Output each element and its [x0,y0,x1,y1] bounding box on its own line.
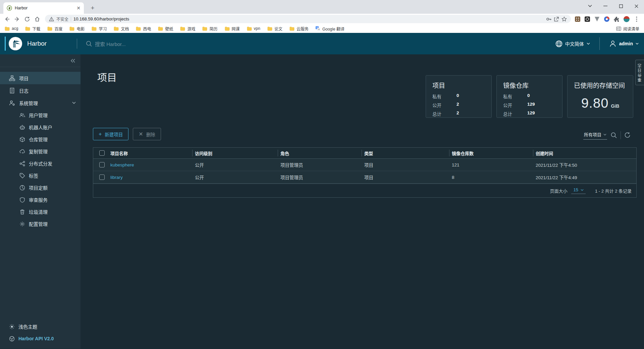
robot-icon [19,124,25,130]
extension-camera-icon[interactable] [584,16,591,22]
bookmark-item[interactable]: 下载 [25,26,40,32]
event-log-tab[interactable]: 事件日志 [635,60,644,85]
window-maximize-button[interactable] [613,0,629,12]
sidebar-item-label: 项目定额 [29,184,48,191]
svg-text:A: A [318,28,320,31]
page-size-select[interactable]: 15 [571,187,585,194]
forward-icon[interactable] [13,15,21,23]
row-checkbox[interactable] [99,162,105,167]
column-header-name[interactable]: 项目名称 [108,148,192,158]
bookmark-item[interactable]: 电影 [69,26,85,32]
sidebar-item-interrogation-services[interactable]: 审查服务 [0,194,80,206]
harbor-logo-icon[interactable] [8,37,22,51]
browser-profile-avatar[interactable] [623,15,630,23]
extension-grid-icon[interactable] [574,16,581,22]
sidebar-item-projects[interactable]: 项目 [0,72,80,84]
sidebar-collapse-icon[interactable] [70,59,75,63]
sidebar-item-label: 审查服务 [29,196,48,203]
row-checkbox[interactable] [99,174,105,180]
sun-icon [9,324,15,330]
username: admin [619,41,633,46]
url-text[interactable]: 10.168.59.60/harbor/projects [73,16,544,21]
sidebar-item-registries[interactable]: 仓库管理 [0,133,80,145]
column-header-created[interactable]: 创建时间 [533,148,636,158]
bookmark-item[interactable]: 西电 [136,26,151,32]
extension-v-icon[interactable] [594,16,600,22]
bookmark-item[interactable]: 网课 [225,26,240,32]
new-project-button[interactable]: + 新建项目 [93,128,128,140]
password-key-icon[interactable] [546,16,551,22]
new-tab-button[interactable]: + [88,3,97,13]
window-minimize-button[interactable] [598,0,613,12]
browser-tab[interactable]: Harbor ✕ [3,2,84,14]
harbor-api-label: Harbor API V2.0 [18,336,54,341]
project-link[interactable]: kubesphere [110,162,134,167]
bookmark-item[interactable]: acg [5,26,18,31]
refresh-icon[interactable] [624,132,631,138]
project-filter-select[interactable]: 所有项目 [583,131,607,140]
brand-name[interactable]: Harbor [27,40,47,47]
bookmark-item[interactable]: 论文 [267,26,282,32]
global-search[interactable]: 搜索 Harbor... [86,40,126,47]
user-menu[interactable]: admin [609,40,639,47]
quota-gauge-icon [19,185,25,191]
delete-button[interactable]: ✕ 删除 [133,128,161,140]
extension-color-icon[interactable] [603,16,610,22]
sidebar-item-project-quotas[interactable]: 项目定额 [0,182,80,194]
share-icon[interactable] [554,16,559,22]
table-search-icon[interactable] [610,132,617,139]
bookmark-google-translate[interactable]: 文AGoogle 翻译 [316,26,344,32]
bookmark-item[interactable]: 云服务 [289,26,309,32]
tab-search-icon[interactable] [582,0,598,12]
column-header-repo-count[interactable]: 镜像仓库数 [449,148,533,158]
browser-menu-icon[interactable] [633,16,640,22]
sidebar-item-users[interactable]: 用户管理 [0,109,80,121]
bookmark-item[interactable]: 百度 [47,26,62,32]
not-secure-warning-icon[interactable] [49,17,54,21]
reload-icon[interactable] [23,15,32,23]
column-header-role[interactable]: 角色 [278,148,362,158]
sidebar-item-replications[interactable]: 复制管理 [0,145,80,157]
bookmark-item[interactable]: 学习 [92,26,107,32]
bookmark-item[interactable]: 文档 [114,26,129,32]
sidebar-item-configuration[interactable]: 配置管理 [0,218,80,230]
home-icon[interactable] [33,15,42,23]
sidebar-item-garbage-collection[interactable]: 垃圾清理 [0,206,80,218]
project-link[interactable]: library [110,175,123,180]
sidebar-item-label: 垃圾清理 [29,208,48,215]
bookmark-item[interactable]: 壁纸 [158,26,173,32]
harbor-api-link[interactable]: Harbor API V2.0 [0,333,80,345]
bookmark-item[interactable]: 游戏 [180,26,195,32]
sidebar-item-administration[interactable]: 系统管理 [0,97,80,109]
sidebar-item-robot-accounts[interactable]: 机器人账户 [0,121,80,133]
sidebar-item-distribution[interactable]: 分布式分发 [0,157,80,169]
bookmark-item[interactable]: vpn [247,26,260,31]
sidebar-item-label: 项目 [19,75,29,82]
select-all-checkbox[interactable] [99,150,105,156]
cell-created: 2021/11/22 下午4:49 [533,174,636,181]
sidebar-item-label: 复制管理 [29,148,48,155]
url-divider [71,17,71,21]
column-header-type[interactable]: 类型 [362,148,449,158]
column-header-access[interactable]: 访问级别 [192,148,278,158]
filter-label: 所有项目 [584,131,601,138]
back-icon[interactable] [3,15,11,23]
log-list-icon [9,88,15,94]
stat-label: 公开 [503,102,527,108]
security-label[interactable]: 不安全 [56,16,68,22]
sidebar-item-logs[interactable]: 日志 [0,84,80,97]
x-icon: ✕ [139,132,143,137]
sidebar-item-labels[interactable]: 标签 [0,169,80,182]
bookmark-star-icon[interactable] [561,16,567,22]
window-close-button[interactable] [629,0,644,12]
url-bar[interactable]: 不安全 10.168.59.60/harbor/projects [45,15,571,23]
header-divider [77,39,77,49]
bookmark-item[interactable]: 简历 [202,26,217,32]
table-footer: 页面大小 15 1 - 2 共计 2 条记录 [93,184,636,197]
reading-list-button[interactable]: 阅读清单 [616,26,639,32]
tab-close-icon[interactable]: ✕ [76,5,80,11]
theme-toggle[interactable]: 浅色主题 [0,320,80,333]
extension-puzzle-icon[interactable] [613,16,620,22]
page-size-label: 页面大小 [550,188,567,194]
language-selector[interactable]: 中文简体 [555,40,590,47]
